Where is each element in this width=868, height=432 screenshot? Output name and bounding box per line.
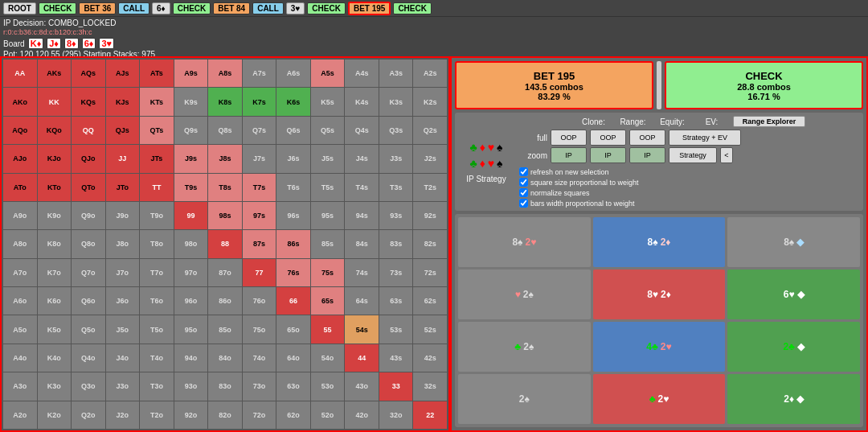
matrix-cell[interactable]: K3o	[38, 372, 72, 400]
matrix-cell[interactable]: 62o	[276, 401, 310, 429]
matrix-cell[interactable]: A5s	[311, 60, 345, 87]
card-cell-4-1[interactable]: 2♠	[458, 374, 591, 424]
matrix-cell[interactable]: 95s	[311, 202, 345, 229]
matrix-cell[interactable]: 73s	[379, 259, 413, 286]
heart-icon-2[interactable]: ♥	[488, 157, 494, 170]
card-cell-3-2[interactable]: 4♣ 2♥	[593, 322, 726, 372]
matrix-cell[interactable]: A3o	[3, 372, 37, 400]
matrix-cell[interactable]: 94s	[345, 202, 379, 229]
matrix-cell[interactable]: Q3o	[72, 372, 105, 400]
matrix-cell[interactable]: A4s	[345, 60, 379, 87]
check-btn-1[interactable]: CHECK	[39, 2, 77, 14]
matrix-cell[interactable]: J2s	[413, 145, 447, 172]
club-icon-1[interactable]: ♣	[469, 141, 477, 154]
bet84-btn[interactable]: BET 84	[213, 2, 250, 14]
matrix-cell[interactable]: A4o	[3, 344, 37, 372]
matrix-cell[interactable]: K5o	[38, 315, 72, 343]
heart-icon-1[interactable]: ♥	[488, 141, 494, 154]
card-cell-1-2[interactable]: 8♠ 2♦	[593, 217, 726, 267]
matrix-cell[interactable]: 75s	[311, 259, 345, 286]
matrix-cell[interactable]: J4o	[106, 344, 140, 372]
matrix-cell[interactable]: TT	[140, 174, 174, 201]
matrix-cell[interactable]: Q4o	[72, 344, 105, 372]
matrix-cell[interactable]: 95o	[174, 315, 208, 343]
matrix-cell[interactable]: KQs	[72, 88, 105, 115]
matrix-cell[interactable]: K6o	[38, 287, 72, 315]
matrix-cell[interactable]: 83s	[379, 230, 413, 257]
card-cell-4-3[interactable]: 2♦ ◆	[727, 374, 860, 424]
cb-bars-width[interactable]	[519, 199, 528, 208]
matrix-cell[interactable]: 84o	[208, 344, 242, 372]
matrix-cell[interactable]: 77	[243, 259, 276, 286]
matrix-cell[interactable]: AQs	[72, 60, 105, 87]
spade-icon-2[interactable]: ♠	[497, 157, 502, 170]
call-btn-1[interactable]: CALL	[118, 2, 149, 14]
cb-refresh[interactable]	[519, 167, 528, 176]
matrix-cell[interactable]: Q2s	[413, 117, 447, 144]
card-cell-2-3[interactable]: 6♥ ◆	[727, 269, 860, 319]
matrix-cell[interactable]: JTo	[106, 174, 140, 201]
check-action-box[interactable]: CHECK 28.8 combos 16.71 %	[665, 61, 863, 109]
matrix-cell[interactable]: K5s	[311, 88, 345, 115]
matrix-cell[interactable]: 87o	[208, 259, 242, 286]
matrix-cell[interactable]: Q8o	[72, 230, 105, 257]
matrix-cell[interactable]: T6s	[276, 174, 310, 201]
chevron-btn[interactable]: <	[720, 147, 733, 163]
matrix-cell[interactable]: Q7s	[243, 117, 276, 144]
cb-normalize[interactable]	[519, 188, 528, 197]
matrix-cell[interactable]: T3s	[379, 174, 413, 201]
matrix-cell[interactable]: K8o	[38, 230, 72, 257]
matrix-cell[interactable]: T5s	[311, 174, 345, 201]
matrix-cell[interactable]: T7o	[140, 259, 174, 286]
matrix-cell[interactable]: K2s	[413, 88, 447, 115]
matrix-cell[interactable]: 82s	[413, 230, 447, 257]
matrix-cell[interactable]: K7s	[243, 88, 276, 115]
matrix-cell[interactable]: A8o	[3, 230, 37, 257]
matrix-cell[interactable]: J2o	[106, 401, 140, 429]
matrix-cell[interactable]: AKs	[38, 60, 72, 87]
strategy-btn[interactable]: Strategy	[669, 147, 717, 163]
matrix-cell[interactable]: Q9o	[72, 202, 105, 229]
matrix-cell[interactable]: K3s	[379, 88, 413, 115]
matrix-cell[interactable]: Q2o	[72, 401, 105, 429]
matrix-cell[interactable]: K6s	[276, 88, 310, 115]
matrix-cell[interactable]: Q4s	[345, 117, 379, 144]
matrix-cell[interactable]: JTs	[140, 145, 174, 172]
matrix-cell[interactable]: 94o	[174, 344, 208, 372]
matrix-cell[interactable]: AJs	[106, 60, 140, 87]
matrix-cell[interactable]: 75o	[243, 315, 276, 343]
matrix-cell[interactable]: 54o	[311, 344, 345, 372]
matrix-cell[interactable]: J9o	[106, 202, 140, 229]
matrix-cell[interactable]: K2o	[38, 401, 72, 429]
matrix-cell[interactable]: 43o	[345, 372, 379, 400]
matrix-cell[interactable]: T6o	[140, 287, 174, 315]
check-btn-3[interactable]: CHECK	[307, 2, 346, 14]
oop-btn-3[interactable]: OOP	[629, 130, 665, 146]
matrix-cell[interactable]: 88	[208, 230, 242, 257]
matrix-cell[interactable]: Q9s	[174, 117, 208, 144]
card-cell-1-3[interactable]: 8♠ ◆	[727, 217, 860, 267]
matrix-cell[interactable]: J5o	[106, 315, 140, 343]
matrix-cell[interactable]: 74o	[243, 344, 276, 372]
check-btn-bottom[interactable]: CHECK	[393, 2, 432, 14]
matrix-cell[interactable]: T9o	[140, 202, 174, 229]
card-cell-4-2[interactable]: ♣ 2♥	[593, 374, 726, 424]
matrix-cell[interactable]: KJs	[106, 88, 140, 115]
matrix-cell[interactable]: T2o	[140, 401, 174, 429]
matrix-cell[interactable]: K9o	[38, 202, 72, 229]
matrix-cell[interactable]: J6o	[106, 287, 140, 315]
matrix-cell[interactable]: K9s	[174, 88, 208, 115]
matrix-cell[interactable]: 76s	[276, 259, 310, 286]
range-explorer-btn[interactable]: Range Explorer	[733, 116, 805, 127]
matrix-cell[interactable]: 53o	[311, 372, 345, 400]
matrix-cell[interactable]: 82o	[208, 401, 242, 429]
matrix-cell[interactable]: J3o	[106, 372, 140, 400]
spade-icon-1[interactable]: ♠	[497, 141, 502, 154]
matrix-cell[interactable]: K8s	[208, 88, 242, 115]
matrix-cell[interactable]: J7s	[243, 145, 276, 172]
matrix-cell[interactable]: J5s	[311, 145, 345, 172]
matrix-cell[interactable]: 97o	[174, 259, 208, 286]
call-btn-2[interactable]: CALL	[252, 2, 284, 14]
matrix-cell[interactable]: 76o	[243, 287, 276, 315]
matrix-cell[interactable]: KJo	[38, 145, 72, 172]
